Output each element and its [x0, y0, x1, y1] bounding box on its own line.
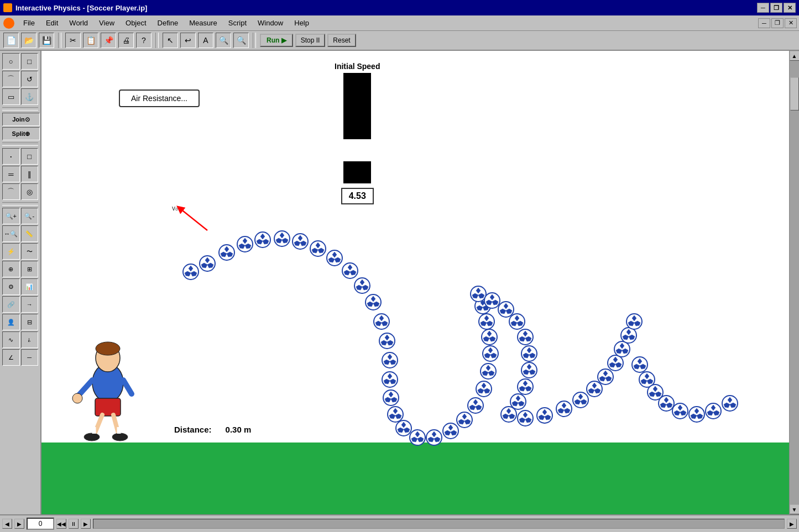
air-resistance-button[interactable]: Air Resistance... [119, 89, 200, 107]
app-icon [3, 3, 12, 12]
reset-button[interactable]: Reset [327, 34, 356, 47]
lt-row-5: ═ ‖ [2, 166, 38, 182]
force-tool[interactable]: ⚡ [2, 243, 20, 260]
help-button[interactable]: ? [136, 33, 152, 48]
zoom-out-button[interactable]: 🔍 [233, 33, 249, 48]
bottom-pause-arrow[interactable]: ⏸ [69, 519, 79, 529]
coord2-tool[interactable]: ⊞ [21, 261, 39, 277]
curve-tool[interactable]: ⌒ [2, 71, 20, 87]
lt-row-11: ⚙ 📊 [2, 278, 38, 295]
title-bar: Interactive Physics - [Soccer Player.ip]… [0, 0, 799, 15]
scroll-up-arrow[interactable]: ▲ [790, 51, 800, 61]
soccer-ball [555, 400, 573, 418]
menu-restore-btn[interactable]: ❐ [771, 18, 784, 28]
person-tool[interactable]: 👤 [2, 314, 20, 330]
hline-tool[interactable]: ═ [2, 166, 20, 182]
rect2-tool[interactable]: ▭ [2, 88, 20, 105]
run-button[interactable]: Run ▶ [260, 34, 293, 47]
menu-script[interactable]: Script [223, 17, 252, 29]
vline-tool[interactable]: ‖ [21, 166, 39, 182]
undo-button[interactable]: ↩ [180, 33, 196, 48]
menu-window[interactable]: Window [252, 17, 289, 29]
table-tool[interactable]: ⊟ [21, 314, 39, 330]
coord-tool[interactable]: ⊕ [2, 261, 20, 277]
lt-row-1: ○ □ [2, 53, 38, 70]
frame-counter[interactable]: 0 [27, 518, 54, 530]
rotate-tool[interactable]: ↺ [21, 71, 39, 87]
rect-tool[interactable]: □ [21, 53, 39, 70]
soccer-ball [364, 293, 382, 311]
menu-view[interactable]: View [93, 17, 120, 29]
menu-edit[interactable]: Edit [40, 17, 64, 29]
print-button[interactable]: 🖨 [118, 33, 134, 48]
scroll-track[interactable] [790, 61, 800, 504]
speed-gauge: Initial Speed 4.53 [335, 62, 380, 204]
stop-button[interactable]: Stop II [295, 34, 326, 47]
hbar-tool[interactable]: ─ [21, 349, 39, 366]
text-button[interactable]: A [198, 33, 213, 48]
angle-tool[interactable]: ∠ [2, 349, 20, 366]
link-tool[interactable]: 🔗 [2, 296, 20, 313]
bottom-prev-arrow[interactable]: ◀◀ [56, 519, 66, 529]
gear-tool[interactable]: ⚙ [2, 278, 20, 295]
arc-tool[interactable]: ⌒ [2, 183, 20, 200]
bottom-scroll-right[interactable]: ▶ [787, 519, 797, 529]
menu-world[interactable]: World [64, 17, 93, 29]
anchor-tool[interactable]: ⚓ [21, 88, 39, 105]
menu-measure[interactable]: Measure [184, 17, 223, 29]
right-scrollbar: ▲ ▼ [789, 51, 799, 514]
join-button[interactable]: Join⊙ [2, 113, 40, 126]
menu-object[interactable]: Object [120, 17, 152, 29]
paste-button[interactable]: 📌 [101, 33, 116, 48]
point-tool[interactable]: · [2, 148, 20, 165]
soccer-ball [381, 371, 399, 388]
chart-tool[interactable]: 📊 [21, 278, 39, 295]
restore-button[interactable]: ❐ [770, 3, 782, 13]
scroll-down-arrow[interactable]: ▼ [790, 504, 800, 514]
select-button[interactable]: ↖ [163, 33, 178, 48]
pan-tool[interactable]: ↔🔍 [2, 225, 20, 242]
measure-tool[interactable]: 📏 [21, 225, 39, 242]
lt-row-6: ⌒ ◎ [2, 183, 38, 200]
new-button[interactable]: 📄 [3, 33, 19, 48]
close-button[interactable]: ✕ [784, 3, 796, 13]
plot-tool[interactable]: ∿ [2, 331, 20, 348]
cut-button[interactable]: ✂ [65, 33, 81, 48]
soccer-ball [353, 277, 371, 294]
speed-bar[interactable] [343, 73, 371, 183]
save-button[interactable]: 💾 [39, 33, 54, 48]
meter-tool[interactable]: ⫰ [21, 331, 39, 348]
small-rect-tool[interactable]: □ [21, 148, 39, 165]
zoom-out-tool[interactable]: 🔍- [21, 208, 39, 224]
lt-row-3: ▭ ⚓ [2, 88, 38, 105]
zoom-region-tool[interactable]: 🔍+ [2, 208, 20, 224]
minimize-button[interactable]: ─ [757, 3, 769, 13]
soccer-ball [381, 351, 399, 369]
scroll-thumb[interactable] [790, 77, 799, 110]
menu-minimize-btn[interactable]: ─ [758, 18, 770, 28]
soccer-ball [309, 240, 327, 257]
menu-close-btn[interactable]: ✕ [785, 18, 797, 28]
menu-help[interactable]: Help [289, 17, 315, 29]
circle-tool[interactable]: ○ [2, 53, 20, 70]
zoom-in-button[interactable]: 🔍 [216, 33, 231, 48]
copy-button[interactable]: 📋 [83, 33, 98, 48]
bottom-left-arrow[interactable]: ◀ [2, 519, 12, 529]
soccer-ball [273, 230, 291, 247]
soccer-ball [478, 313, 495, 330]
toolbar-sep3 [253, 33, 256, 48]
soccer-ball [382, 389, 400, 407]
title-bar-buttons: ─ ❐ ✕ [757, 3, 796, 13]
split-button[interactable]: Split⊕ [2, 127, 40, 140]
menu-file[interactable]: File [18, 17, 40, 29]
circle2-tool[interactable]: ◎ [21, 183, 39, 200]
menu-define[interactable]: Define [152, 17, 184, 29]
open-button[interactable]: 📂 [21, 33, 36, 48]
bottom-scroll-track[interactable] [93, 519, 785, 529]
bottom-right-arrow[interactable]: ▶ [14, 519, 24, 529]
bottom-next-arrow[interactable]: ▶ [81, 519, 91, 529]
arrow-tool[interactable]: → [21, 296, 39, 313]
wave-tool[interactable]: 〜 [21, 243, 39, 260]
lt-sep3 [2, 202, 38, 206]
svg-point-7 [72, 393, 82, 403]
